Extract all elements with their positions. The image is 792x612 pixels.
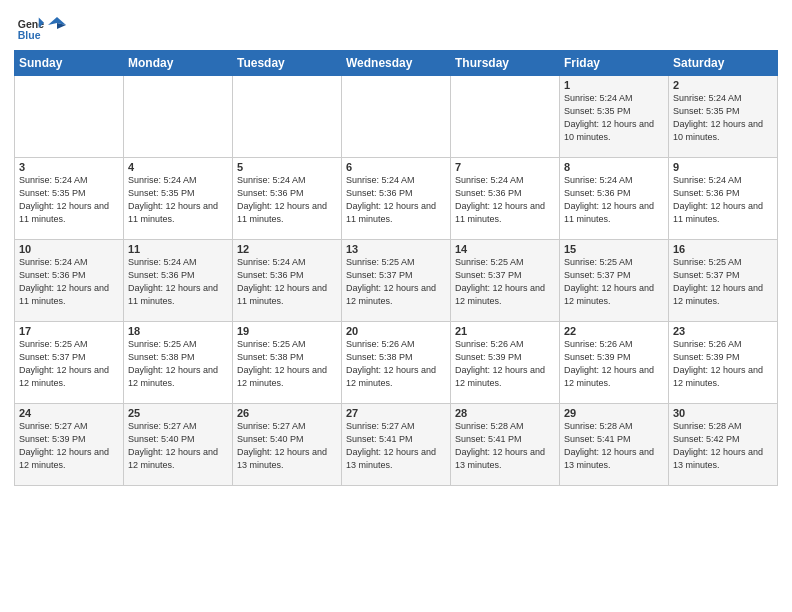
day-info: Sunrise: 5:25 AM Sunset: 5:38 PM Dayligh…: [237, 338, 337, 390]
calendar-cell: 22Sunrise: 5:26 AM Sunset: 5:39 PM Dayli…: [560, 322, 669, 404]
day-info: Sunrise: 5:26 AM Sunset: 5:39 PM Dayligh…: [564, 338, 664, 390]
calendar-cell: 6Sunrise: 5:24 AM Sunset: 5:36 PM Daylig…: [342, 158, 451, 240]
calendar-cell: 24Sunrise: 5:27 AM Sunset: 5:39 PM Dayli…: [15, 404, 124, 486]
logo-bird-icon: [48, 15, 66, 37]
calendar-table: SundayMondayTuesdayWednesdayThursdayFrid…: [14, 50, 778, 486]
day-info: Sunrise: 5:27 AM Sunset: 5:40 PM Dayligh…: [237, 420, 337, 472]
day-info: Sunrise: 5:26 AM Sunset: 5:39 PM Dayligh…: [455, 338, 555, 390]
day-info: Sunrise: 5:28 AM Sunset: 5:41 PM Dayligh…: [564, 420, 664, 472]
calendar-cell: 2Sunrise: 5:24 AM Sunset: 5:35 PM Daylig…: [669, 76, 778, 158]
day-info: Sunrise: 5:24 AM Sunset: 5:36 PM Dayligh…: [237, 256, 337, 308]
calendar-cell: 17Sunrise: 5:25 AM Sunset: 5:37 PM Dayli…: [15, 322, 124, 404]
weekday-header-friday: Friday: [560, 51, 669, 76]
day-info: Sunrise: 5:25 AM Sunset: 5:37 PM Dayligh…: [19, 338, 119, 390]
day-info: Sunrise: 5:24 AM Sunset: 5:36 PM Dayligh…: [455, 174, 555, 226]
calendar-cell: 18Sunrise: 5:25 AM Sunset: 5:38 PM Dayli…: [124, 322, 233, 404]
day-info: Sunrise: 5:24 AM Sunset: 5:36 PM Dayligh…: [128, 256, 228, 308]
day-number: 19: [237, 325, 337, 337]
calendar-cell: 21Sunrise: 5:26 AM Sunset: 5:39 PM Dayli…: [451, 322, 560, 404]
day-info: Sunrise: 5:25 AM Sunset: 5:37 PM Dayligh…: [455, 256, 555, 308]
calendar-cell: 28Sunrise: 5:28 AM Sunset: 5:41 PM Dayli…: [451, 404, 560, 486]
day-info: Sunrise: 5:28 AM Sunset: 5:42 PM Dayligh…: [673, 420, 773, 472]
day-number: 14: [455, 243, 555, 255]
day-number: 6: [346, 161, 446, 173]
day-info: Sunrise: 5:26 AM Sunset: 5:39 PM Dayligh…: [673, 338, 773, 390]
calendar-cell: 13Sunrise: 5:25 AM Sunset: 5:37 PM Dayli…: [342, 240, 451, 322]
logo: General Blue: [14, 14, 66, 42]
weekday-header-tuesday: Tuesday: [233, 51, 342, 76]
day-number: 25: [128, 407, 228, 419]
day-number: 12: [237, 243, 337, 255]
calendar-cell: 11Sunrise: 5:24 AM Sunset: 5:36 PM Dayli…: [124, 240, 233, 322]
day-info: Sunrise: 5:24 AM Sunset: 5:35 PM Dayligh…: [673, 92, 773, 144]
calendar-cell: 1Sunrise: 5:24 AM Sunset: 5:35 PM Daylig…: [560, 76, 669, 158]
calendar-cell: 29Sunrise: 5:28 AM Sunset: 5:41 PM Dayli…: [560, 404, 669, 486]
day-number: 26: [237, 407, 337, 419]
day-info: Sunrise: 5:25 AM Sunset: 5:38 PM Dayligh…: [128, 338, 228, 390]
day-info: Sunrise: 5:28 AM Sunset: 5:41 PM Dayligh…: [455, 420, 555, 472]
day-info: Sunrise: 5:24 AM Sunset: 5:36 PM Dayligh…: [673, 174, 773, 226]
day-number: 16: [673, 243, 773, 255]
calendar-cell: 14Sunrise: 5:25 AM Sunset: 5:37 PM Dayli…: [451, 240, 560, 322]
calendar-cell: 10Sunrise: 5:24 AM Sunset: 5:36 PM Dayli…: [15, 240, 124, 322]
day-number: 5: [237, 161, 337, 173]
day-info: Sunrise: 5:27 AM Sunset: 5:40 PM Dayligh…: [128, 420, 228, 472]
day-info: Sunrise: 5:24 AM Sunset: 5:36 PM Dayligh…: [346, 174, 446, 226]
calendar-cell: 4Sunrise: 5:24 AM Sunset: 5:35 PM Daylig…: [124, 158, 233, 240]
day-number: 8: [564, 161, 664, 173]
calendar-cell: 19Sunrise: 5:25 AM Sunset: 5:38 PM Dayli…: [233, 322, 342, 404]
weekday-header-saturday: Saturday: [669, 51, 778, 76]
calendar-cell: [342, 76, 451, 158]
day-number: 17: [19, 325, 119, 337]
day-info: Sunrise: 5:26 AM Sunset: 5:38 PM Dayligh…: [346, 338, 446, 390]
day-number: 18: [128, 325, 228, 337]
day-number: 1: [564, 79, 664, 91]
day-info: Sunrise: 5:24 AM Sunset: 5:36 PM Dayligh…: [237, 174, 337, 226]
calendar-cell: 20Sunrise: 5:26 AM Sunset: 5:38 PM Dayli…: [342, 322, 451, 404]
calendar-cell: 25Sunrise: 5:27 AM Sunset: 5:40 PM Dayli…: [124, 404, 233, 486]
day-info: Sunrise: 5:27 AM Sunset: 5:41 PM Dayligh…: [346, 420, 446, 472]
calendar-cell: 8Sunrise: 5:24 AM Sunset: 5:36 PM Daylig…: [560, 158, 669, 240]
day-number: 11: [128, 243, 228, 255]
day-number: 23: [673, 325, 773, 337]
day-number: 10: [19, 243, 119, 255]
calendar-cell: [124, 76, 233, 158]
calendar-cell: 16Sunrise: 5:25 AM Sunset: 5:37 PM Dayli…: [669, 240, 778, 322]
calendar-cell: 9Sunrise: 5:24 AM Sunset: 5:36 PM Daylig…: [669, 158, 778, 240]
day-number: 20: [346, 325, 446, 337]
calendar-cell: [15, 76, 124, 158]
day-number: 27: [346, 407, 446, 419]
calendar-cell: [233, 76, 342, 158]
calendar-cell: 3Sunrise: 5:24 AM Sunset: 5:35 PM Daylig…: [15, 158, 124, 240]
day-number: 3: [19, 161, 119, 173]
weekday-header-sunday: Sunday: [15, 51, 124, 76]
calendar-cell: 26Sunrise: 5:27 AM Sunset: 5:40 PM Dayli…: [233, 404, 342, 486]
day-number: 13: [346, 243, 446, 255]
calendar-cell: 7Sunrise: 5:24 AM Sunset: 5:36 PM Daylig…: [451, 158, 560, 240]
day-number: 22: [564, 325, 664, 337]
calendar-cell: 23Sunrise: 5:26 AM Sunset: 5:39 PM Dayli…: [669, 322, 778, 404]
day-number: 9: [673, 161, 773, 173]
svg-text:Blue: Blue: [18, 29, 41, 41]
day-number: 28: [455, 407, 555, 419]
day-number: 4: [128, 161, 228, 173]
day-info: Sunrise: 5:25 AM Sunset: 5:37 PM Dayligh…: [346, 256, 446, 308]
day-info: Sunrise: 5:25 AM Sunset: 5:37 PM Dayligh…: [564, 256, 664, 308]
calendar-cell: 27Sunrise: 5:27 AM Sunset: 5:41 PM Dayli…: [342, 404, 451, 486]
day-info: Sunrise: 5:25 AM Sunset: 5:37 PM Dayligh…: [673, 256, 773, 308]
weekday-header-monday: Monday: [124, 51, 233, 76]
day-number: 21: [455, 325, 555, 337]
day-number: 15: [564, 243, 664, 255]
day-number: 7: [455, 161, 555, 173]
logo-icon: General Blue: [16, 14, 44, 42]
weekday-header-thursday: Thursday: [451, 51, 560, 76]
calendar-cell: 15Sunrise: 5:25 AM Sunset: 5:37 PM Dayli…: [560, 240, 669, 322]
calendar-cell: 5Sunrise: 5:24 AM Sunset: 5:36 PM Daylig…: [233, 158, 342, 240]
day-info: Sunrise: 5:24 AM Sunset: 5:35 PM Dayligh…: [128, 174, 228, 226]
day-number: 29: [564, 407, 664, 419]
day-info: Sunrise: 5:24 AM Sunset: 5:36 PM Dayligh…: [19, 256, 119, 308]
day-number: 24: [19, 407, 119, 419]
day-info: Sunrise: 5:24 AM Sunset: 5:36 PM Dayligh…: [564, 174, 664, 226]
calendar-cell: 30Sunrise: 5:28 AM Sunset: 5:42 PM Dayli…: [669, 404, 778, 486]
calendar-cell: [451, 76, 560, 158]
